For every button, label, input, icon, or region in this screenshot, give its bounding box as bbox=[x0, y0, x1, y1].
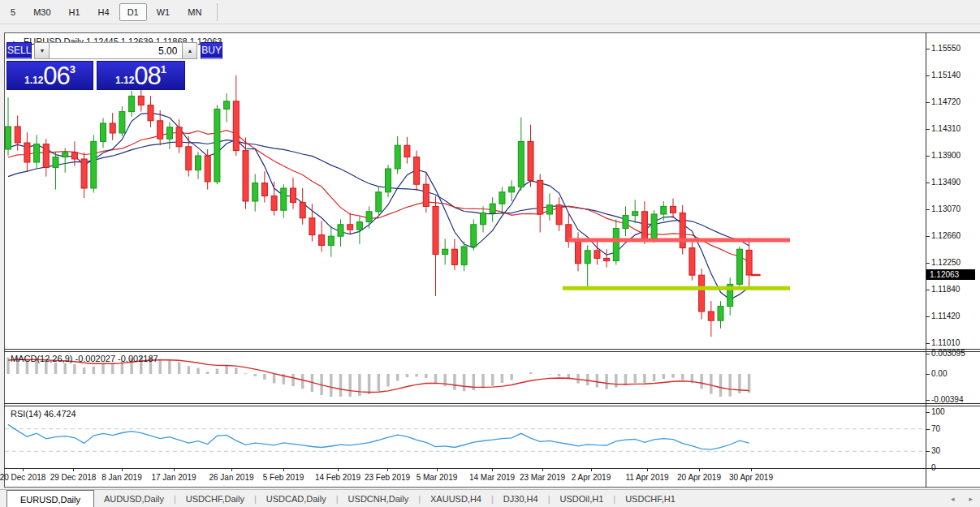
candlestick bbox=[689, 248, 695, 276]
chart-tab-xauusd-h4[interactable]: XAUUSD,H4 bbox=[421, 490, 491, 507]
buy-price-prefix: 1.12 bbox=[115, 75, 134, 89]
timeframe-button-w1[interactable]: W1 bbox=[149, 3, 179, 21]
timeframe-button-h1[interactable]: H1 bbox=[61, 3, 89, 21]
macd-value-signal: -0.002187 bbox=[118, 354, 158, 363]
price-axis-tick bbox=[926, 75, 930, 76]
candlestick bbox=[651, 214, 657, 238]
candlestick bbox=[34, 144, 40, 162]
candlestick bbox=[585, 251, 590, 264]
candlestick bbox=[356, 222, 362, 230]
price-axis-label: 1.12660 bbox=[931, 231, 961, 240]
price-axis-tick bbox=[926, 316, 930, 317]
candlestick bbox=[461, 247, 467, 264]
timeframe-button-5[interactable]: 5 bbox=[2, 3, 24, 21]
candlestick bbox=[348, 225, 353, 230]
chart-tab-usdoil-h1[interactable]: USDOil,H1 bbox=[550, 490, 614, 507]
date-axis-label: 5 Feb 2019 bbox=[263, 473, 304, 482]
macd-axis-label: 0.00 bbox=[931, 369, 947, 378]
rsi-axis-label: 100 bbox=[931, 407, 945, 416]
date-axis-label: 20 Dec 2018 bbox=[0, 473, 45, 482]
date-axis-tick bbox=[283, 468, 284, 471]
one-click-trading-panel: SELL ▼ ▲ BUY 1.12 06 3 1.12 08 1 bbox=[6, 42, 185, 90]
tabs-scroll-right-icon[interactable]: ▸ bbox=[961, 495, 980, 503]
candlestick bbox=[319, 235, 325, 246]
price-axis-label: 1.11420 bbox=[931, 312, 960, 320]
timeframe-button-h4[interactable]: H4 bbox=[90, 3, 118, 21]
sell-price-button[interactable]: 1.12 06 3 bbox=[6, 61, 93, 90]
price-axis-label: 1.13490 bbox=[931, 178, 961, 187]
buy-price-button[interactable]: 1.12 08 1 bbox=[97, 61, 185, 90]
candlestick bbox=[205, 156, 210, 182]
volume-decrease-button[interactable]: ▼ bbox=[34, 42, 50, 59]
chart-tab-usdcnh-daily[interactable]: USDCNH,Daily bbox=[339, 490, 419, 507]
date-axis-label: 8 Jan 2019 bbox=[101, 473, 142, 482]
buy-button[interactable]: BUY bbox=[201, 42, 222, 59]
rsi-line bbox=[8, 424, 749, 449]
candlestick bbox=[471, 225, 477, 247]
candlestick bbox=[196, 156, 201, 170]
chart-tab-usdchf-daily[interactable]: USDCHF,Daily bbox=[176, 490, 254, 507]
rsi-axis-label: 30 bbox=[931, 446, 940, 455]
candlestick bbox=[101, 123, 106, 141]
chart-tab-eurusd-daily[interactable]: EURUSD,Daily bbox=[6, 490, 94, 507]
macd-axis-tick bbox=[926, 354, 930, 354]
candlestick bbox=[6, 127, 11, 149]
chart-tab-dj30-h4[interactable]: DJ30,H4 bbox=[494, 490, 548, 507]
candlestick bbox=[243, 151, 248, 201]
candlestick bbox=[518, 141, 524, 187]
date-axis-tick bbox=[437, 468, 438, 471]
sell-price-pip: 3 bbox=[70, 62, 76, 75]
candlestick bbox=[509, 187, 515, 191]
date-axis-label: 2 Apr 2019 bbox=[572, 473, 611, 482]
main-macd-separator[interactable] bbox=[4, 349, 980, 350]
macd-rsi-separator[interactable] bbox=[4, 403, 980, 404]
price-axis-tick bbox=[926, 183, 930, 183]
tabs-scroll-left-icon[interactable]: ◂ bbox=[943, 495, 962, 503]
candlestick bbox=[443, 249, 448, 254]
candlestick bbox=[661, 206, 667, 214]
price-axis-label: 1.15550 bbox=[931, 44, 961, 53]
date-axis-tick bbox=[591, 468, 592, 471]
price-axis-label: 1.11010 bbox=[931, 338, 960, 347]
macd-label: MACD(12,26,9) -0.002027 -0.002187 bbox=[11, 354, 158, 363]
candlestick bbox=[271, 196, 277, 211]
sell-price-prefix: 1.12 bbox=[24, 75, 43, 89]
chart-tab-audusd-daily[interactable]: AUDUSD,Daily bbox=[94, 490, 174, 507]
candlestick bbox=[433, 206, 438, 254]
date-axis-label: 11 Apr 2019 bbox=[625, 473, 668, 482]
candlestick bbox=[366, 212, 372, 222]
candlestick bbox=[291, 188, 296, 203]
candlestick bbox=[708, 312, 714, 320]
candlestick bbox=[623, 216, 628, 229]
candlestick bbox=[414, 157, 420, 185]
candlestick bbox=[395, 145, 400, 169]
date-axis-label: 30 Apr 2019 bbox=[729, 473, 773, 482]
volume-input[interactable] bbox=[50, 42, 182, 59]
buy-price-big: 08 bbox=[134, 63, 160, 89]
volume-increase-button[interactable]: ▲ bbox=[182, 42, 197, 59]
chart-tab-usdchf-h1[interactable]: USDCHF,H1 bbox=[615, 490, 685, 507]
candlestick bbox=[110, 123, 115, 133]
chart-tab-usdcad-daily[interactable]: USDCAD,Daily bbox=[257, 490, 336, 507]
timeframe-button-mn[interactable]: MN bbox=[179, 3, 209, 21]
rsi-indicator-chart[interactable] bbox=[5, 406, 926, 468]
sell-price-big: 06 bbox=[43, 63, 69, 89]
date-axis-label: 14 Feb 2019 bbox=[315, 473, 360, 482]
timeframe-button-d1[interactable]: D1 bbox=[119, 3, 147, 21]
candlestick bbox=[641, 212, 647, 239]
date-axis-tick bbox=[122, 468, 123, 471]
candlestick bbox=[214, 109, 220, 182]
current-price-tag: 1.12063 bbox=[926, 269, 975, 280]
candlestick bbox=[604, 258, 610, 260]
buy-price-pip: 1 bbox=[161, 62, 166, 75]
date-axis-tick bbox=[73, 468, 74, 471]
sell-button[interactable]: SELL bbox=[6, 42, 32, 59]
rsi-axis-tick bbox=[926, 451, 930, 452]
timeframe-button-m30[interactable]: M30 bbox=[25, 3, 58, 21]
candlestick bbox=[24, 143, 30, 162]
price-axis-label: 1.14310 bbox=[931, 124, 961, 133]
rsi-axis-label: 70 bbox=[931, 424, 940, 433]
candlestick bbox=[224, 101, 230, 110]
date-axis-tick bbox=[492, 468, 493, 471]
rsi-value: 46.4724 bbox=[44, 409, 76, 419]
